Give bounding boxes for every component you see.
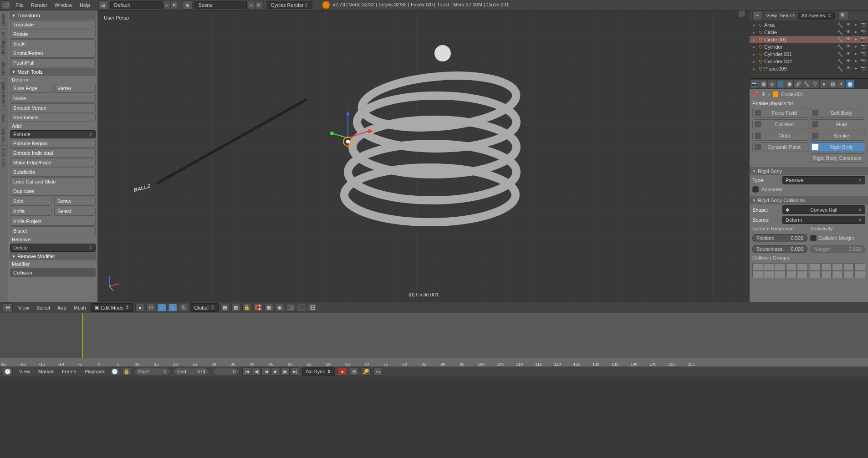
use-preview-range[interactable]: 🕐 bbox=[110, 367, 119, 376]
translate-button[interactable]: Translate bbox=[10, 20, 96, 29]
noise-button[interactable]: Noise bbox=[10, 94, 96, 103]
menu-render[interactable]: Render bbox=[27, 2, 51, 8]
layout-add-button[interactable]: + bbox=[163, 1, 171, 9]
outliner-row[interactable]: ▸▽Plane.009🔧👁▸📷 bbox=[750, 65, 868, 72]
render-border[interactable]: ▢ bbox=[286, 304, 295, 312]
tab-render[interactable]: 📷 bbox=[751, 80, 759, 88]
render-toggle[interactable]: 📷 bbox=[860, 66, 866, 72]
vh-menu-select[interactable]: Select bbox=[34, 304, 53, 311]
duplicate-button[interactable]: Duplicate bbox=[10, 187, 96, 196]
select-button[interactable]: Select bbox=[54, 207, 96, 216]
tab-window[interactable]: Window bbox=[0, 125, 8, 145]
type-dropdown[interactable]: Passive bbox=[782, 176, 865, 184]
scene-delete-button[interactable]: ✕ bbox=[255, 1, 262, 9]
knife-project-button[interactable]: Knife Project bbox=[10, 217, 96, 226]
lock-range[interactable]: 🔒 bbox=[122, 367, 131, 376]
make-edge-button[interactable]: Make Edge/Face bbox=[10, 158, 96, 167]
layers-2[interactable]: ▦ bbox=[231, 304, 240, 312]
tl-menu-view[interactable]: View bbox=[16, 368, 33, 375]
source-dropdown[interactable]: Deform bbox=[782, 216, 865, 224]
collision-group-set-b[interactable] bbox=[810, 263, 865, 278]
tl-menu-frame[interactable]: Frame bbox=[59, 368, 79, 375]
pin-icon[interactable]: 📌 bbox=[752, 91, 759, 97]
auto-key-toggle[interactable]: ● bbox=[338, 367, 347, 376]
shrink-button[interactable]: Shrink/Fatten bbox=[10, 49, 96, 58]
animated-checkbox[interactable] bbox=[752, 186, 759, 193]
visibility-toggle[interactable]: 👁 bbox=[845, 29, 852, 36]
tab-material[interactable]: ● bbox=[820, 80, 828, 88]
3d-viewport[interactable]: User Persp BALLZ bbox=[97, 10, 750, 302]
render-toggle[interactable]: 📷 bbox=[860, 44, 866, 50]
visibility-toggle[interactable]: 👁 bbox=[845, 58, 852, 65]
select-toggle[interactable]: ▸ bbox=[853, 66, 859, 72]
manip-translate[interactable]: ↕ bbox=[168, 304, 177, 312]
tab-shading[interactable]: Shading/UVs bbox=[0, 29, 8, 59]
extrude-dropdown[interactable]: Extrude bbox=[10, 130, 96, 138]
insert-key-button[interactable]: 🔑 bbox=[362, 367, 371, 376]
keyframe-prev-button[interactable]: ◀| bbox=[252, 367, 261, 376]
vh-menu-add[interactable]: Add bbox=[55, 304, 69, 311]
outliner-editor-icon[interactable]: ☰ bbox=[752, 11, 762, 20]
layout-field[interactable]: Default bbox=[110, 1, 163, 9]
layout-delete-button[interactable]: ✕ bbox=[171, 1, 178, 9]
keying-set-dropdown[interactable]: ⊕ bbox=[350, 367, 359, 376]
bisect-button[interactable]: Bisect bbox=[10, 226, 96, 235]
pivot-dropdown[interactable]: ⊙ bbox=[146, 304, 155, 312]
tab-particles[interactable]: ✦ bbox=[837, 80, 845, 88]
select-toggle[interactable]: ▸ bbox=[853, 22, 859, 28]
timeline-editor-icon[interactable]: 🕐 bbox=[3, 367, 13, 376]
tl-menu-playback[interactable]: Playback bbox=[82, 368, 108, 375]
start-frame-field[interactable]: Start:0 bbox=[134, 368, 170, 375]
menu-window[interactable]: Window bbox=[51, 2, 76, 8]
delete-dropdown[interactable]: Delete bbox=[10, 244, 96, 252]
scene-browse-icon[interactable]: ⊕ bbox=[183, 0, 193, 10]
keyframe-next-button[interactable]: |▶ bbox=[281, 367, 290, 376]
tab-misc[interactable]: Misc bbox=[0, 110, 8, 125]
outliner-row[interactable]: ▸▽Cylinder.001🔧👁▸📷 bbox=[750, 51, 868, 58]
mode-dropdown[interactable]: ▣ Edit Mode ⇕ bbox=[91, 303, 134, 312]
scene-add-button[interactable]: + bbox=[248, 1, 255, 9]
layers-1[interactable]: ▦ bbox=[220, 304, 230, 312]
tab-texture[interactable]: ▨ bbox=[828, 80, 837, 88]
subdivide-button[interactable]: Subdivide bbox=[10, 168, 96, 177]
scale-button[interactable]: Scale bbox=[10, 39, 96, 48]
smooth-vertex-button[interactable]: Smooth Vertex bbox=[10, 103, 96, 112]
scene-crumb-icon[interactable]: ⊕ bbox=[761, 91, 766, 97]
manipulator-toggle[interactable]: ↔ bbox=[157, 304, 166, 312]
visibility-toggle[interactable]: 👁 bbox=[845, 44, 852, 50]
select-toggle[interactable]: ▸ bbox=[853, 36, 859, 43]
orientation-dropdown[interactable]: Global ⇕ bbox=[190, 303, 219, 312]
bounciness-field[interactable]: Bounciness:0.000 bbox=[752, 245, 807, 253]
region-split-handle[interactable] bbox=[739, 10, 745, 17]
play-button[interactable]: ▶ bbox=[271, 367, 280, 376]
tab-modifiers[interactable]: 🔧 bbox=[802, 80, 811, 88]
sync-dropdown[interactable]: No Sync ⇕ bbox=[302, 367, 335, 376]
lock-camera[interactable]: 🔒 bbox=[242, 304, 251, 312]
tab-object[interactable]: ▣ bbox=[785, 80, 793, 88]
extrude-individual-button[interactable]: Extrude Individual bbox=[10, 148, 96, 158]
force-field-button[interactable]: Force Field bbox=[752, 108, 808, 118]
operator-panel-header[interactable]: Remove Modifier bbox=[9, 252, 97, 260]
tl-menu-marker[interactable]: Marker bbox=[36, 368, 56, 375]
tab-create[interactable]: Create bbox=[0, 10, 8, 29]
collision-group-set-a[interactable] bbox=[752, 263, 808, 278]
render-toggle[interactable]: 📷 bbox=[860, 22, 866, 28]
jump-end-button[interactable]: ▶| bbox=[290, 367, 299, 376]
outliner-row[interactable]: ▸▽Cylinder.002🔧👁▸📷 bbox=[750, 58, 868, 65]
tab-options[interactable]: Options bbox=[0, 59, 8, 79]
outliner-menu-search[interactable]: Search bbox=[780, 13, 796, 18]
knife-button[interactable]: Knife bbox=[10, 207, 51, 216]
smoke-button[interactable]: Smoke bbox=[810, 131, 866, 141]
extrude-region-button[interactable]: Extrude Region bbox=[10, 139, 96, 148]
tab-world[interactable]: 🌐 bbox=[776, 80, 785, 88]
tab-constraints[interactable]: 🔗 bbox=[794, 80, 802, 88]
loopcut-button[interactable]: Loop Cut and Slide bbox=[10, 177, 96, 186]
collision-button[interactable]: Collision bbox=[752, 119, 808, 129]
end-frame-field[interactable]: End:474 bbox=[173, 368, 209, 375]
transform-panel-header[interactable]: Transform bbox=[9, 11, 97, 20]
outliner-menu-view[interactable]: View bbox=[766, 13, 777, 18]
render-toggle[interactable]: 📷 bbox=[860, 29, 866, 36]
visibility-toggle[interactable]: 👁 bbox=[845, 22, 852, 28]
dynamic-paint-button[interactable]: Dynamic Paint bbox=[752, 142, 808, 152]
modifier-value-field[interactable]: Collision bbox=[10, 268, 96, 277]
